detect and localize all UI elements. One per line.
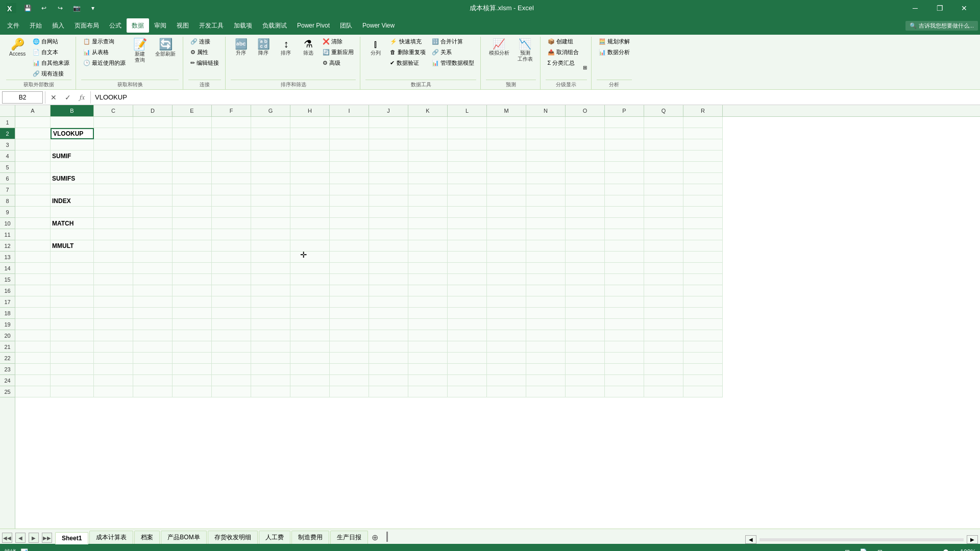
cell-N11[interactable]	[526, 229, 566, 240]
cell-C21[interactable]	[94, 341, 133, 353]
cell-L12[interactable]	[448, 240, 487, 252]
cell-A11[interactable]	[15, 229, 51, 240]
cell-F13[interactable]	[212, 252, 251, 263]
cell-J25[interactable]	[369, 386, 408, 397]
cell-Q17[interactable]	[644, 296, 683, 308]
cell-G16[interactable]	[251, 285, 290, 296]
cell-F10[interactable]	[212, 218, 251, 229]
cell-D22[interactable]	[133, 353, 173, 364]
cell-A22[interactable]	[15, 353, 51, 364]
properties-btn[interactable]: ⚙ 属性	[188, 47, 221, 57]
cell-N15[interactable]	[526, 274, 566, 285]
cell-K24[interactable]	[408, 375, 448, 386]
cell-F23[interactable]	[212, 364, 251, 375]
cell-R14[interactable]	[683, 263, 723, 274]
cell-K17[interactable]	[408, 296, 448, 308]
cell-M13[interactable]	[487, 252, 526, 263]
cell-A10[interactable]	[15, 218, 51, 229]
cell-I2[interactable]	[330, 128, 369, 139]
cell-E18[interactable]	[173, 308, 212, 319]
remove-dup-btn[interactable]: 🗑 删除重复项	[388, 47, 427, 57]
row-number-4[interactable]: 4	[0, 151, 15, 162]
cell-O22[interactable]	[566, 353, 605, 364]
cell-A3[interactable]	[15, 139, 51, 151]
relationships-btn[interactable]: 🔗 关系	[430, 47, 476, 57]
menu-page-layout[interactable]: 页面布局	[69, 18, 104, 33]
cell-F2[interactable]	[212, 128, 251, 139]
cell-R11[interactable]	[683, 229, 723, 240]
cell-C10[interactable]	[94, 218, 133, 229]
cell-I10[interactable]	[330, 218, 369, 229]
cell-Q11[interactable]	[644, 229, 683, 240]
cell-B1[interactable]	[51, 117, 94, 128]
cell-K9[interactable]	[408, 207, 448, 218]
corner-cell[interactable]	[0, 105, 15, 116]
cell-E12[interactable]	[173, 240, 212, 252]
menu-home[interactable]: 开始	[24, 18, 47, 33]
cell-L16[interactable]	[448, 285, 487, 296]
cell-R1[interactable]	[683, 117, 723, 128]
cell-P19[interactable]	[605, 319, 644, 330]
cell-K4[interactable]	[408, 151, 448, 162]
cell-K14[interactable]	[408, 263, 448, 274]
cell-L9[interactable]	[448, 207, 487, 218]
cell-M5[interactable]	[487, 162, 526, 173]
menu-power-view[interactable]: Power View	[357, 18, 400, 33]
cell-O4[interactable]	[566, 151, 605, 162]
cell-G13[interactable]	[251, 252, 290, 263]
cell-Q18[interactable]	[644, 308, 683, 319]
cell-P9[interactable]	[605, 207, 644, 218]
cell-G2[interactable]	[251, 128, 290, 139]
cell-I12[interactable]	[330, 240, 369, 252]
connections-btn[interactable]: 🔗 连接	[188, 37, 221, 46]
cell-I1[interactable]	[330, 117, 369, 128]
cell-H3[interactable]	[290, 139, 330, 151]
cell-C8[interactable]	[94, 195, 133, 207]
row-number-8[interactable]: 8	[0, 195, 15, 207]
row-number-12[interactable]: 12	[0, 240, 15, 252]
cell-A2[interactable]	[15, 128, 51, 139]
cell-H12[interactable]	[290, 240, 330, 252]
cell-R24[interactable]	[683, 375, 723, 386]
cell-A24[interactable]	[15, 375, 51, 386]
cell-K5[interactable]	[408, 162, 448, 173]
sheet-tab-labor[interactable]: 人工费	[259, 531, 290, 544]
cell-N6[interactable]	[526, 173, 566, 184]
cell-M25[interactable]	[487, 386, 526, 397]
cell-N10[interactable]	[526, 218, 566, 229]
cell-E21[interactable]	[173, 341, 212, 353]
cell-Q13[interactable]	[644, 252, 683, 263]
cell-A12[interactable]	[15, 240, 51, 252]
cell-N19[interactable]	[526, 319, 566, 330]
cell-N12[interactable]	[526, 240, 566, 252]
row-number-25[interactable]: 25	[0, 386, 15, 397]
cell-E5[interactable]	[173, 162, 212, 173]
minus-zoom-btn[interactable]: –	[890, 548, 894, 551]
cell-Q4[interactable]	[644, 151, 683, 162]
cell-O25[interactable]	[566, 386, 605, 397]
cell-A17[interactable]	[15, 296, 51, 308]
cell-P16[interactable]	[605, 285, 644, 296]
cell-L6[interactable]	[448, 173, 487, 184]
cell-L5[interactable]	[448, 162, 487, 173]
cell-B15[interactable]	[51, 274, 94, 285]
cell-R25[interactable]	[683, 386, 723, 397]
cell-D6[interactable]	[133, 173, 173, 184]
cell-E15[interactable]	[173, 274, 212, 285]
new-query-btn[interactable]: 📝 新建查询	[130, 37, 150, 65]
manage-data-model-btn[interactable]: 📊 管理数据模型	[430, 58, 476, 68]
cell-I25[interactable]	[330, 386, 369, 397]
menu-addins[interactable]: 加载项	[229, 18, 257, 33]
cell-E10[interactable]	[173, 218, 212, 229]
cell-J19[interactable]	[369, 319, 408, 330]
cell-R18[interactable]	[683, 308, 723, 319]
cell-G19[interactable]	[251, 319, 290, 330]
cell-M12[interactable]	[487, 240, 526, 252]
cell-D24[interactable]	[133, 375, 173, 386]
row-number-13[interactable]: 13	[0, 252, 15, 263]
cell-M1[interactable]	[487, 117, 526, 128]
cell-O2[interactable]	[566, 128, 605, 139]
cell-D11[interactable]	[133, 229, 173, 240]
cell-C1[interactable]	[94, 117, 133, 128]
col-header-f[interactable]: F	[212, 105, 251, 116]
